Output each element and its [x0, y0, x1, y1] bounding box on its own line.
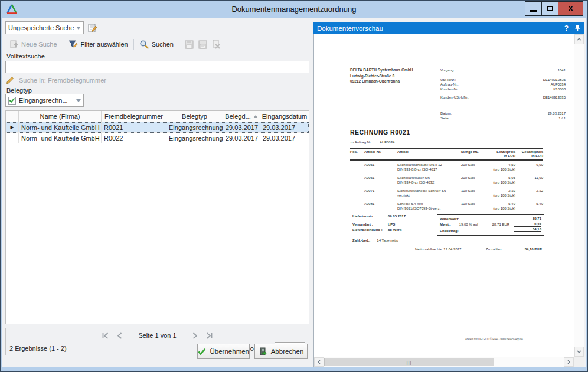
grid-header-name[interactable]: Name (Firma) [19, 111, 102, 122]
pin-icon[interactable] [574, 25, 581, 32]
last-page-icon [206, 332, 213, 339]
invoice-items-table: Pos. Artikel-Nr. Artikel Menge ME Einzel… [350, 148, 543, 213]
chevron-down-icon [76, 99, 81, 102]
row-indicator [6, 122, 19, 132]
edit-search-button[interactable] [86, 21, 106, 34]
maximize-button[interactable] [541, 1, 558, 16]
preview-header: Dokumentenvorschau ? [313, 22, 584, 34]
vertical-scrollbar[interactable] [574, 34, 584, 357]
invoice-meta-row: Kunden-USt-IdNr.:DE140913835 [440, 95, 566, 100]
invoice-delivery-row: Versandart :UPS [352, 222, 406, 227]
choose-filter-button[interactable]: Filter auswählen [64, 38, 132, 51]
grid-header-foreign-no[interactable]: Fremdbelegnummer [102, 111, 166, 122]
grid-header-doc-date[interactable]: Belegd... [223, 111, 260, 122]
cell-doc-type: Eingangsrechnung [166, 122, 223, 132]
next-page-icon [192, 332, 198, 339]
results-count: 2 Ergebnisse (1 - 2) [9, 345, 67, 352]
search-button[interactable]: Suchen [135, 38, 178, 51]
invoice-meta-row: USt-IdNr.:DE140913835 [440, 77, 566, 82]
scroll-up-button[interactable] [574, 34, 584, 44]
new-search-label: Neue Suche [21, 41, 57, 48]
toolbar-separator [133, 39, 134, 50]
saved-search-value: Ungespeicherte Suche [8, 24, 74, 31]
save-search-as-icon[interactable] [198, 40, 208, 50]
chevron-up-icon [577, 38, 582, 41]
search-icon [139, 40, 149, 49]
delete-search-icon[interactable] [211, 40, 221, 50]
check-icon [198, 348, 206, 355]
next-page-button[interactable] [190, 331, 200, 340]
invoice-meta-row: Auftrag-Nr.:AUF0034 [440, 82, 566, 87]
grid-header-row: Name (Firma) Fremdbelegnummer Belegtyp B… [6, 111, 309, 122]
minimize-icon [530, 10, 537, 12]
invoice-item-row: A0081 Scheibe 6.4 mmDIN 9021/ISO7093-St-… [350, 200, 543, 213]
new-search-button[interactable]: Neue Suche [5, 38, 61, 51]
search-in-hint: Suche in: Fremdbelegnummer [19, 77, 106, 84]
chevron-right-icon [567, 360, 570, 364]
invoice-totals-box: Warenwert: 28,71 Mwst.: 19,00 % auf 28,7… [437, 214, 544, 236]
grid-header-received[interactable]: Eingangsdatum [260, 111, 309, 122]
cell-foreign-no: R0021 [102, 122, 166, 132]
apply-button[interactable]: Übernehmen [197, 344, 250, 359]
filter-funnel-icon [68, 40, 78, 49]
preview-title: Dokumentenvorschau [317, 25, 383, 32]
cell-foreign-no: R0022 [102, 133, 166, 143]
pencil-icon [6, 76, 15, 84]
cell-name: Norm- und Kaufteile GmbH [19, 122, 102, 132]
invoice-due-row: Netto zahlbar bis: 12.04.2017 Zu zahlen:… [332, 247, 542, 253]
cell-received: 29.03.2017 [260, 122, 309, 132]
chevron-down-icon [577, 350, 582, 353]
invoice-footer: erstellt mit DELECO © ERP - www.deleco-e… [417, 338, 571, 341]
saved-search-combobox[interactable]: Ungespeicherte Suche [5, 21, 84, 34]
table-row[interactable]: Norm- und Kaufteile GmbH R0022 Eingangsr… [6, 133, 309, 143]
search-in-hint-row: Suche in: Fremdbelegnummer [6, 76, 106, 84]
grid-header-indicator [6, 111, 19, 122]
fulltext-label: Volltextsuche [6, 53, 45, 60]
check-icon [9, 97, 15, 103]
minimize-button[interactable] [525, 1, 542, 16]
preview-body: DELTA BARTH Systemhaus GmbH Ludwig-Richt… [313, 34, 584, 367]
app-window: Dokumentenmanagementzuordnung X Ungespei… [0, 0, 588, 372]
scroll-down-button[interactable] [574, 347, 584, 357]
invoice-sender-address: DELTA BARTH Systemhaus GmbH Ludwig-Richt… [350, 67, 413, 84]
invoice-items-header: Pos. Artikel-Nr. Artikel Menge ME Einzel… [350, 148, 543, 160]
invoice-delivery-row: Liefertermin :09.05.2017 [352, 214, 406, 219]
search-label: Suchen [152, 41, 174, 48]
last-page-button[interactable] [205, 331, 214, 340]
cancel-label: Abbrechen [271, 348, 304, 355]
help-button[interactable]: ? [564, 24, 569, 32]
invoice-meta-row: Vorgang:1041 [440, 68, 566, 73]
row-indicator [6, 133, 19, 143]
doc-type-checkbox[interactable] [8, 97, 16, 105]
page-indicator: Seite 1 von 1 [138, 332, 176, 339]
prev-page-button[interactable] [115, 331, 125, 340]
close-button[interactable]: X [558, 1, 583, 16]
invoice-item-row: A0061 Sechskantmutter M6DIN 934-8-vz ISO… [350, 174, 543, 187]
document-preview-panel: Dokumentenvorschau ? DELTA BARTH Systemh… [313, 22, 584, 367]
first-page-button[interactable] [100, 331, 110, 340]
doc-type-combobox[interactable]: Eingangsrechn... [5, 94, 84, 107]
scroll-left-button[interactable] [314, 357, 324, 367]
toolbar-separator [63, 39, 63, 50]
scroll-right-button[interactable] [564, 357, 574, 367]
chevron-left-icon [318, 360, 321, 364]
invoice-delivery-row: Lieferbedingung :ab Werk [352, 227, 406, 233]
exit-door-icon [259, 347, 267, 355]
title-bar: Dokumentenmanagementzuordnung X [1, 1, 587, 18]
invoice-item-row: A0071 Sicherungsscheibe Schnorr S6verzin… [350, 187, 543, 200]
fulltext-input[interactable] [5, 61, 309, 73]
main-area: Ungespeicherte Suche Neue Suche [2, 18, 586, 367]
cell-received: 29.03.2017 [260, 133, 309, 143]
grid-header-doc-type[interactable]: Belegtyp [166, 111, 223, 122]
save-search-icon[interactable] [184, 40, 194, 50]
invoice-document: DELTA BARTH Systemhaus GmbH Ludwig-Richt… [332, 59, 568, 357]
results-grid: Name (Firma) Fremdbelegnummer Belegtyp B… [5, 110, 309, 324]
choose-filter-label: Filter auswählen [81, 41, 128, 48]
scrollbar-thumb[interactable]: ||| [324, 358, 494, 366]
cell-doc-type: Eingangsrechnung [166, 133, 223, 143]
toolbar-separator [179, 39, 179, 50]
invoice-item-row: A0051 Sechskantschraube M6 x 12DIN 933-8… [350, 161, 543, 174]
horizontal-scrollbar[interactable]: ||| [314, 357, 574, 367]
table-row[interactable]: Norm- und Kaufteile GmbH R0021 Eingangsr… [6, 122, 309, 133]
cancel-button[interactable]: Abbrechen [254, 344, 308, 359]
